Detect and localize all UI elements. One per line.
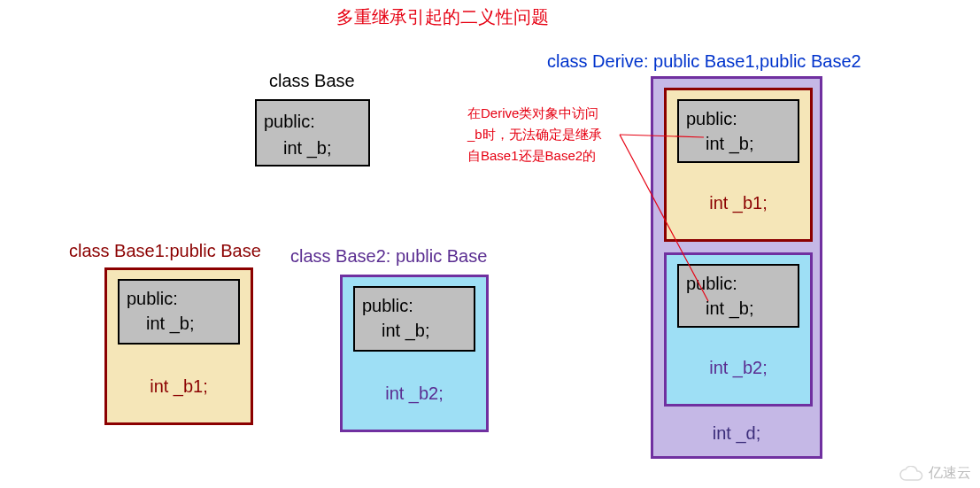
- base1-inner: public: int _b;: [118, 279, 240, 345]
- box-class-base: public: int _b;: [255, 99, 370, 167]
- derive-base1-block: public: int _b; int _b1;: [664, 88, 813, 242]
- box-class-base2: public: int _b; int _b2;: [340, 275, 489, 432]
- base-member-b: int _b;: [264, 135, 365, 161]
- base1-member-b: int _b;: [127, 311, 233, 336]
- derive-own-member: int _d;: [653, 414, 820, 451]
- note-line1: 在Derive类对象中访问: [467, 103, 602, 124]
- base2-member-b: int _b;: [362, 318, 468, 343]
- diagram-title: 多重继承引起的二义性问题: [336, 5, 549, 29]
- derive-base2-inner: public: int _b;: [677, 264, 799, 328]
- base-access: public:: [264, 108, 365, 135]
- note-line3: 自Base1还是Base2的: [467, 145, 602, 167]
- base1-access: public:: [127, 286, 233, 311]
- box-class-derive: public: int _b; int _b1; public: int _b;…: [651, 76, 822, 459]
- base2-access: public:: [362, 293, 468, 318]
- ambiguity-note: 在Derive类对象中访问 _b时，无法确定是继承 自Base1还是Base2的: [467, 103, 602, 167]
- label-class-derive: class Derive: public Base1,public Base2: [547, 51, 861, 72]
- cloud-icon: [899, 466, 923, 482]
- watermark: 亿速云: [899, 464, 971, 483]
- label-class-base2: class Base2: public Base: [290, 246, 487, 267]
- derive-base2-access: public:: [686, 271, 792, 296]
- watermark-text: 亿速云: [929, 464, 971, 483]
- note-line2: _b时，无法确定是继承: [467, 124, 602, 145]
- box-class-base1: public: int _b; int _b1;: [104, 267, 253, 425]
- label-class-base1: class Base1:public Base: [69, 241, 261, 261]
- label-class-base: class Base: [269, 71, 355, 91]
- derive-base1-member-b: int _b;: [686, 131, 792, 156]
- derive-base1-access: public:: [686, 106, 792, 131]
- derive-base2-own-member: int _b2;: [667, 328, 810, 385]
- base2-inner: public: int _b;: [353, 286, 475, 352]
- derive-base1-inner: public: int _b;: [677, 99, 799, 163]
- base1-own-member: int _b1;: [107, 345, 251, 404]
- derive-base2-block: public: int _b; int _b2;: [664, 252, 813, 407]
- derive-base1-own-member: int _b1;: [667, 163, 810, 221]
- derive-base2-member-b: int _b;: [686, 296, 792, 321]
- base2-own-member: int _b2;: [343, 352, 486, 411]
